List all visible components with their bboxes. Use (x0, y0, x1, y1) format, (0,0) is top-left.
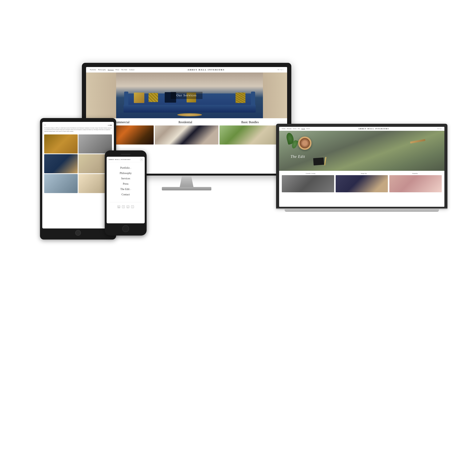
phone-menu-label-contact: Contact (121, 193, 130, 196)
laptop-nav-links[interactable]: Portfolio Philosophy Services Press The … (282, 128, 310, 129)
service-residential[interactable]: Residential (179, 120, 192, 124)
tablet-body-text: The Peachtree Cottage is a 2200 sq. ft. … (44, 127, 112, 132)
phone-menu-label-portfolio: Portfolio (120, 166, 130, 170)
tablet-screen: 9:41 ●●● ▮▮▮▮ The Peachtree Cottage is a… (42, 122, 114, 228)
monitor-stand-base (162, 187, 211, 190)
monitor-service-images (86, 125, 287, 145)
laptop-hero-overlay: The Edit (290, 154, 305, 159)
laptop-ig-icon[interactable]: IG (438, 128, 439, 129)
nav-press[interactable]: Press (116, 69, 119, 71)
cat-coveting[interactable]: Currently Coveting (306, 173, 315, 174)
phone-menu-arrow-theedit: › (130, 188, 131, 190)
tablet-grid-item-3[interactable] (44, 154, 78, 173)
laptop-nav-theedit[interactable]: The Edit (301, 128, 305, 129)
monitor-nav: Portfolio Philosophy Services Press The … (86, 67, 287, 72)
laptop-nav-press[interactable]: Press (298, 128, 300, 129)
phone-menu-philosophy[interactable]: Philosophy (107, 170, 145, 176)
tablet-home-button[interactable] (75, 230, 81, 236)
monitor-stand-neck (175, 176, 198, 187)
phone: ABBEY HALL INTERIORS ✕ Portfolio › Philo… (105, 151, 147, 236)
laptop-categories: Currently Coveting Design Tips Hospitali… (279, 171, 444, 175)
phone-menu-label-philosophy: Philosophy (119, 172, 132, 175)
monitor-site-title: ABBEY HALL INTERIORS (187, 68, 225, 71)
laptop-base (285, 209, 439, 212)
phone-menu-press[interactable]: Press (107, 181, 145, 187)
nav-services[interactable]: Services (108, 69, 114, 71)
monitor-nav-links[interactable]: Portfolio Philosophy Services Press The … (90, 69, 135, 71)
twitter-icon[interactable]: t (283, 69, 283, 70)
phone-screen: ABBEY HALL INTERIORS ✕ Portfolio › Philo… (107, 157, 145, 223)
facebook-icon[interactable]: f (280, 69, 281, 70)
phone-menu: Portfolio › Philosophy Services Press Th… (107, 162, 145, 200)
phone-home-button[interactable] (122, 225, 129, 232)
monitor-hero-overlay: Our Services (170, 92, 202, 99)
laptop-cat-image-1[interactable] (282, 175, 334, 192)
laptop-frame: Portfolio Philosophy Services Press The … (276, 124, 447, 208)
phone-brand: ABBEY HALL INTERIORS (108, 159, 131, 160)
nav-contact[interactable]: Contact (129, 69, 135, 71)
service-image-residential[interactable] (155, 125, 219, 145)
coffee-scene (279, 131, 444, 171)
phone-pi-icon[interactable]: p (127, 205, 129, 208)
phone-speaker (121, 154, 130, 155)
phone-menu-label-theedit: The Edit (120, 188, 130, 191)
monitor-hero-label: Our Services (176, 94, 197, 97)
tablet-signal: ●●● ▮▮▮▮ (108, 124, 112, 126)
monitor-service-categories: Commercial Residential Basic Bundles (86, 118, 287, 125)
laptop-nav-philosophy[interactable]: Philosophy (287, 128, 292, 129)
laptop: Portfolio Philosophy Services Press The … (276, 124, 447, 212)
tablet-content: 9:41 ●●● ▮▮▮▮ The Peachtree Cottage is a… (42, 122, 114, 196)
phone-fb-icon[interactable]: f (122, 205, 125, 208)
phone-menu-arrow-portfolio: › (130, 167, 131, 169)
tablet-grid-item-5[interactable] (44, 174, 78, 193)
laptop-pi-icon[interactable]: p (440, 128, 441, 129)
nav-portfolio[interactable]: Portfolio (90, 69, 96, 71)
service-commercial[interactable]: Commercial (114, 120, 130, 124)
phone-menu-portfolio[interactable]: Portfolio › (107, 165, 145, 170)
service-bundles[interactable]: Basic Bundles (241, 120, 259, 124)
monitor-hero: Our Services (86, 72, 287, 118)
laptop-fb-icon[interactable]: f (439, 128, 440, 129)
phone-menu-label-services: Services (121, 177, 130, 180)
laptop-hero: The Edit (279, 131, 444, 171)
cat-hospitality[interactable]: Hospitality (412, 173, 418, 174)
laptop-screen: Portfolio Philosophy Services Press The … (279, 127, 444, 207)
tablet-time: 9:41 (44, 124, 46, 126)
phone-menu-services[interactable]: Services (107, 176, 145, 181)
pinterest-icon[interactable]: p (281, 69, 282, 70)
laptop-social-icons[interactable]: IG f p t (438, 128, 442, 129)
phone-brand-text: ABBEY HALL INTERIORS (108, 159, 131, 160)
scene: Portfolio Philosophy Services Press The … (29, 48, 447, 428)
phone-close-button[interactable]: ✕ (140, 158, 143, 161)
phone-menu-label-press: Press (123, 182, 129, 186)
nav-theedit[interactable]: The Edit (121, 69, 127, 71)
laptop-category-images (279, 175, 444, 192)
laptop-nav-portfolio[interactable]: Portfolio (282, 128, 286, 129)
phone-ig-icon[interactable]: ig (118, 205, 120, 208)
phone-menu-contact[interactable]: Contact (107, 192, 145, 197)
laptop-nav: Portfolio Philosophy Services Press The … (279, 127, 444, 131)
monitor-social-icons[interactable]: IG f p t (278, 69, 283, 70)
phone-frame: ABBEY HALL INTERIORS ✕ Portfolio › Philo… (105, 151, 147, 236)
laptop-tw-icon[interactable]: t (441, 128, 442, 129)
nav-philosophy[interactable]: Philosophy (98, 69, 106, 71)
phone-social-bar: ig f p t (110, 202, 142, 208)
laptop-nav-services[interactable]: Services (293, 128, 296, 129)
cat-design[interactable]: Design Tips (361, 173, 367, 174)
tablet-image-grid (44, 135, 112, 193)
phone-menu-theedit[interactable]: The Edit › (107, 187, 145, 192)
laptop-hero-label: The Edit (290, 154, 305, 159)
instagram-icon[interactable]: IG (278, 69, 279, 70)
laptop-nav-services2[interactable]: Services (306, 128, 310, 129)
tablet-status-bar: 9:41 ●●● ▮▮▮▮ (44, 124, 112, 126)
laptop-cat-image-2[interactable] (336, 175, 388, 192)
laptop-site-title: ABBEY HALL INTERIORS (358, 128, 389, 130)
phone-tw-icon[interactable]: t (131, 205, 134, 208)
service-image-bundles[interactable] (220, 125, 283, 145)
tablet-grid-item-1[interactable] (44, 135, 78, 153)
phone-nav: ABBEY HALL INTERIORS ✕ (107, 157, 145, 162)
laptop-cat-image-3[interactable] (389, 175, 442, 192)
